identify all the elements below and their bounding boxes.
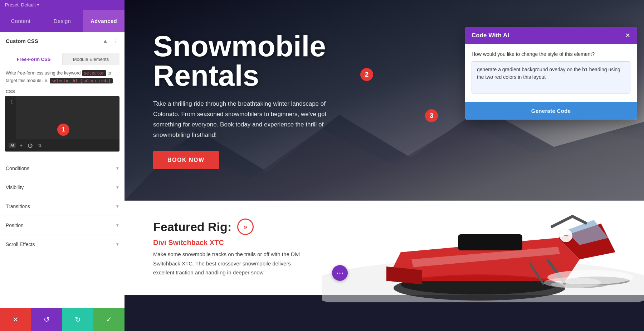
cancel-button[interactable]: ✕ xyxy=(0,308,31,331)
preset-caret-icon: ▾ xyxy=(37,3,39,7)
conditions-label: Conditions xyxy=(6,166,29,171)
cancel-icon: ✕ xyxy=(13,315,19,324)
book-now-button[interactable]: BOOK NOW xyxy=(153,151,219,169)
scroll-effects-section: Scroll Effects ▾ xyxy=(0,235,125,254)
position-section: Position ▾ xyxy=(0,216,125,235)
editor-toolbar: AI + ⏻ ⇅ xyxy=(5,139,119,152)
preset-bar: Preset: Default ▾ xyxy=(0,0,125,10)
ai-modal: Code With AI ✕ How would you like to cha… xyxy=(465,27,637,120)
sub-tab-module[interactable]: Module Elements xyxy=(62,53,119,65)
below-hero-section: Featured Rig: » Divi Switchback XTC Make… xyxy=(125,201,644,295)
more-options-icon[interactable]: ⋮ xyxy=(112,37,119,45)
ai-badge[interactable]: AI xyxy=(9,143,16,148)
panel-body: Custom CSS ▲ ⋮ Free-Form CSS Module Elem… xyxy=(0,32,125,331)
step-2-badge: 2 xyxy=(360,68,373,81)
left-panel: Preset: Default ▾ Content Design Advance… xyxy=(0,0,125,331)
featured-icon: » xyxy=(237,219,254,235)
css-info-text: Write free-form css using the keyword se… xyxy=(0,65,125,89)
redo-button[interactable]: ↻ xyxy=(62,308,93,331)
hero-text: SnowmobileRentals Take a thrilling ride … xyxy=(125,17,368,183)
ai-modal-close-button[interactable]: ✕ xyxy=(625,32,630,39)
main-content: SnowmobileRentals Take a thrilling ride … xyxy=(125,0,644,331)
section-header-icons: ▲ ⋮ xyxy=(102,37,119,45)
collapse-icon[interactable]: ▲ xyxy=(102,37,109,45)
scroll-effects-header[interactable]: Scroll Effects ▾ xyxy=(0,235,125,254)
transitions-section: Transitions ▾ xyxy=(0,197,125,216)
ai-modal-title: Code With AI xyxy=(472,32,509,39)
ai-question-label: How would you like to change the style o… xyxy=(472,51,630,57)
svg-point-11 xyxy=(544,277,601,288)
tab-content[interactable]: Content xyxy=(0,10,42,32)
undo-icon: ↺ xyxy=(44,315,50,324)
featured-title: Featured Rig: xyxy=(153,220,231,234)
scroll-effects-label: Scroll Effects xyxy=(6,241,35,247)
css-field-label: CSS xyxy=(0,89,125,96)
snowmobile-image xyxy=(322,123,644,302)
add-section-button[interactable]: + xyxy=(560,229,572,242)
visibility-chevron: ▾ xyxy=(116,184,119,190)
preset-label: Preset: Default xyxy=(5,2,36,8)
hero-description: Take a thrilling ride through the breath… xyxy=(153,99,339,140)
position-chevron: ▾ xyxy=(116,222,119,228)
collapse-sections: Conditions ▾ Visibility ▾ Transitions ▾ … xyxy=(0,159,125,254)
ai-prompt-textarea[interactable]: generate a gradient background overlay o… xyxy=(472,61,630,93)
position-header[interactable]: Position ▾ xyxy=(0,216,125,235)
visibility-label: Visibility xyxy=(6,184,24,190)
tab-advanced[interactable]: Advanced xyxy=(83,10,125,32)
conditions-chevron: ▾ xyxy=(116,166,119,171)
dots-menu-button[interactable]: ⋯ xyxy=(332,265,348,281)
custom-css-header: Custom CSS ▲ ⋮ xyxy=(0,32,125,49)
transitions-chevron: ▾ xyxy=(116,203,119,209)
code-example: selector h1 {color: red;} xyxy=(50,78,113,83)
add-toolbar-btn[interactable]: + xyxy=(19,141,24,149)
bottom-bar: ✕ ↺ ↻ ✓ xyxy=(0,308,125,331)
hero-title: SnowmobileRentals xyxy=(153,32,339,90)
custom-css-title: Custom CSS xyxy=(6,38,38,44)
svg-rect-5 xyxy=(458,234,522,250)
transitions-label: Transitions xyxy=(6,203,30,209)
ai-modal-header: Code With AI ✕ xyxy=(465,27,637,44)
conditions-header[interactable]: Conditions ▾ xyxy=(0,159,125,178)
step-3-badge: 3 xyxy=(425,109,438,122)
visibility-section: Visibility ▾ xyxy=(0,178,125,197)
generate-code-button[interactable]: Generate Code xyxy=(465,102,637,120)
tab-design[interactable]: Design xyxy=(42,10,83,32)
save-button[interactable]: ✓ xyxy=(93,308,125,331)
redo-icon: ↻ xyxy=(75,315,81,324)
ai-modal-body: How would you like to change the style o… xyxy=(465,44,637,102)
step-1-badge: 1 xyxy=(57,124,69,136)
transitions-header[interactable]: Transitions ▾ xyxy=(0,197,125,216)
sort-toolbar-btn[interactable]: ⇅ xyxy=(36,141,43,149)
selector-keyword: selector xyxy=(82,70,106,76)
power-toolbar-btn[interactable]: ⏻ xyxy=(26,141,34,149)
save-icon: ✓ xyxy=(106,315,112,324)
scroll-effects-chevron: ▾ xyxy=(116,241,119,247)
undo-button[interactable]: ↺ xyxy=(31,308,62,331)
position-label: Position xyxy=(6,222,24,228)
panel-tabs: Content Design Advanced xyxy=(0,10,125,32)
visibility-header[interactable]: Visibility ▾ xyxy=(0,178,125,197)
conditions-section: Conditions ▾ xyxy=(0,159,125,178)
featured-description: Make some snowmobile tracks on the trail… xyxy=(153,250,311,277)
css-sub-tabs: Free-Form CSS Module Elements xyxy=(5,53,119,65)
sub-tab-freeform[interactable]: Free-Form CSS xyxy=(5,53,62,65)
